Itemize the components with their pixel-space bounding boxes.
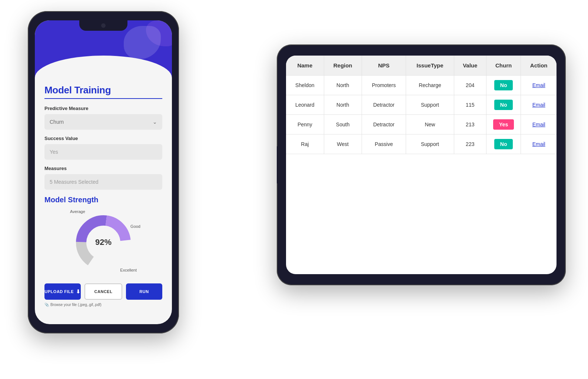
table-header-row: Name Region NPS IssueType Value Churn Ac… xyxy=(286,56,557,76)
cell-action[interactable]: Email xyxy=(521,76,557,95)
buttons-row: UPLOAD FILE ⬇ CANCEL RUN xyxy=(44,283,162,300)
donut-label-excellent: Excellent xyxy=(120,268,137,272)
cancel-button[interactable]: CANCEL xyxy=(84,283,122,300)
donut-label-good: Good xyxy=(130,224,140,229)
col-churn: Churn xyxy=(486,56,521,76)
cell-value: 204 xyxy=(454,76,486,95)
cell-churn: No xyxy=(486,95,521,115)
phone2-data-table: Name Region NPS IssueType Value Churn Ac… xyxy=(277,44,566,285)
churn-badge: No xyxy=(494,80,513,90)
upload-file-button[interactable]: UPLOAD FILE ⬇ xyxy=(44,283,81,300)
measures-placeholder: 5 Measures Selected xyxy=(50,179,99,185)
data-table: Name Region NPS IssueType Value Churn Ac… xyxy=(286,56,557,154)
col-action: Action xyxy=(521,56,557,76)
cell-churn: No xyxy=(486,134,521,154)
cell-region: North xyxy=(324,76,362,95)
table-body: Sheldon North Promoters Recharge 204 No … xyxy=(286,76,557,154)
cell-issuetype: Recharge xyxy=(406,76,454,95)
phone2-frame: Name Region NPS IssueType Value Churn Ac… xyxy=(277,44,566,285)
col-region: Region xyxy=(324,56,362,76)
donut-chart-container: 92% Average Good Excellent xyxy=(44,209,162,276)
upload-icon: ⬇ xyxy=(76,289,81,295)
measures-label: Measures xyxy=(44,166,162,171)
model-strength-title: Model Strength xyxy=(44,196,162,204)
phone1-notch xyxy=(79,20,127,31)
cell-nps: Passive xyxy=(362,134,406,154)
table-row: Raj West Passive Support 223 No Email xyxy=(286,134,557,154)
phone1-content: Model Training Predictive Measure Churn … xyxy=(35,84,172,307)
browse-text: 📎 Browse your file (.jpeg,.gif,.pdf) xyxy=(44,303,162,307)
cell-churn: Yes xyxy=(486,115,521,134)
col-value: Value xyxy=(454,56,486,76)
phone1-model-training: Model Training Predictive Measure Churn … xyxy=(28,11,179,333)
phone1-camera xyxy=(101,23,106,28)
paperclip-icon: 📎 xyxy=(44,303,49,307)
email-action-link[interactable]: Email xyxy=(532,122,545,127)
cell-action[interactable]: Email xyxy=(521,134,557,154)
cell-name: Leonard xyxy=(286,95,324,115)
cell-value: 213 xyxy=(454,115,486,134)
phone2-screen: Name Region NPS IssueType Value Churn Ac… xyxy=(286,56,557,274)
table-row: Sheldon North Promoters Recharge 204 No … xyxy=(286,76,557,95)
phone1-frame: Model Training Predictive Measure Churn … xyxy=(28,11,179,333)
email-action-link[interactable]: Email xyxy=(532,141,545,147)
success-value-input[interactable]: Yes xyxy=(44,144,162,160)
churn-badge: No xyxy=(494,100,513,110)
cell-issuetype: Support xyxy=(406,95,454,115)
cell-issuetype: Support xyxy=(406,134,454,154)
email-action-link[interactable]: Email xyxy=(532,82,545,88)
dropdown-value: Churn xyxy=(50,119,64,125)
phone2-notch xyxy=(277,146,284,183)
cell-churn: No xyxy=(486,76,521,95)
header-blob1 xyxy=(124,26,161,59)
cell-name: Raj xyxy=(286,134,324,154)
cell-name: Penny xyxy=(286,115,324,134)
success-value-placeholder: Yes xyxy=(50,149,58,155)
cell-nps: Promoters xyxy=(362,76,406,95)
success-value-label: Success Value xyxy=(44,136,162,141)
cell-region: North xyxy=(324,95,362,115)
donut-labels: Average Good Excellent xyxy=(66,209,140,276)
measures-input[interactable]: 5 Measures Selected xyxy=(44,174,162,190)
cell-name: Sheldon xyxy=(286,76,324,95)
donut-label-average: Average xyxy=(70,209,85,214)
cell-nps: Detractor xyxy=(362,115,406,134)
col-issuetype: IssueType xyxy=(406,56,454,76)
scene: Model Training Predictive Measure Churn … xyxy=(0,0,588,379)
chevron-down-icon: ⌄ xyxy=(153,119,157,125)
predictive-measure-dropdown[interactable]: Churn ⌄ xyxy=(44,114,162,130)
cell-region: South xyxy=(324,115,362,134)
run-button[interactable]: RUN xyxy=(126,283,162,300)
predictive-measure-label: Predictive Measure xyxy=(44,106,162,111)
page-title: Model Training xyxy=(44,84,162,96)
cell-value: 115 xyxy=(454,95,486,115)
cell-issuetype: New xyxy=(406,115,454,134)
title-divider xyxy=(44,98,162,99)
upload-label: UPLOAD FILE xyxy=(44,289,74,294)
table-row: Leonard North Detractor Support 115 No E… xyxy=(286,95,557,115)
col-nps: NPS xyxy=(362,56,406,76)
churn-badge: No xyxy=(494,139,513,149)
churn-badge: Yes xyxy=(493,119,514,130)
phone1-screen: Model Training Predictive Measure Churn … xyxy=(35,20,172,324)
cell-action[interactable]: Email xyxy=(521,115,557,134)
cell-value: 223 xyxy=(454,134,486,154)
table-header: Name Region NPS IssueType Value Churn Ac… xyxy=(286,56,557,76)
cell-action[interactable]: Email xyxy=(521,95,557,115)
table-row: Penny South Detractor New 213 Yes Email xyxy=(286,115,557,134)
col-name: Name xyxy=(286,56,324,76)
cell-region: West xyxy=(324,134,362,154)
cell-nps: Detractor xyxy=(362,95,406,115)
header-wave xyxy=(35,56,172,78)
email-action-link[interactable]: Email xyxy=(532,102,545,108)
